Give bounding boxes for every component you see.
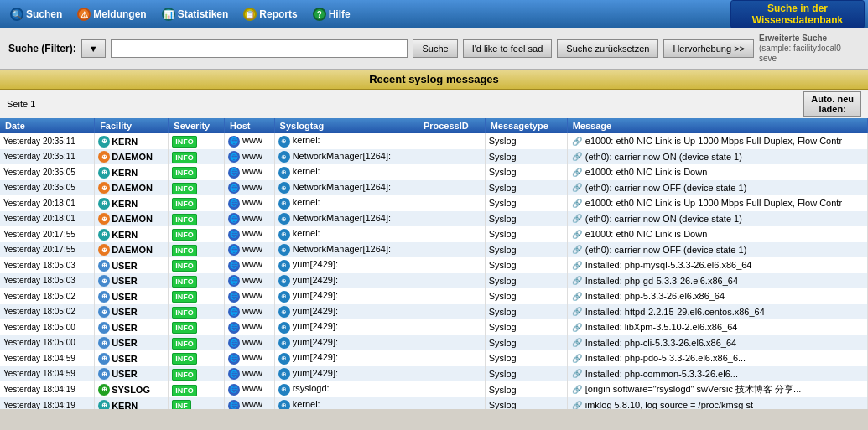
cell-processid (418, 211, 485, 227)
col-messagetype: Messagetype (485, 118, 567, 133)
cell-facility: ⊕SYSLOG (95, 381, 169, 397)
cell-host: 🌐 www (225, 381, 275, 397)
table-row[interactable]: Yesterday 18:05:02⊕USERINFO🌐 www⊕ yum[24… (0, 288, 868, 304)
table-row[interactable]: Yesterday 20:35:11⊕DAEMONINFO🌐 www⊕ Netw… (0, 149, 868, 165)
hervorhebung-button[interactable]: Hervorhebung >> (663, 39, 754, 58)
host-icon: 🌐 (228, 291, 240, 303)
cell-severity: INFO (169, 180, 225, 196)
table-row[interactable]: Yesterday 20:17:55⊕DAEMONINFO🌐 www⊕ Netw… (0, 242, 868, 258)
cell-facility: ⊕USER (95, 273, 169, 289)
table-row[interactable]: Yesterday 20:18:01⊕KERNINFO🌐 www⊕ kernel… (0, 195, 868, 211)
col-facility: Facility (95, 118, 169, 133)
cell-host: 🌐 www (225, 273, 275, 289)
cell-facility: ⊕USER (95, 288, 169, 304)
cell-host: 🌐 www (225, 133, 275, 149)
suche-button[interactable]: Suche (413, 39, 457, 58)
message-icon: 🔗 (571, 135, 583, 147)
table-row[interactable]: Yesterday 18:05:00⊕USERINFO🌐 www⊕ yum[24… (0, 335, 868, 351)
cell-date: Yesterday 18:05:00 (0, 335, 95, 351)
cell-date: Yesterday 20:18:01 (0, 211, 95, 227)
cell-severity: INFO (169, 288, 225, 304)
cell-syslogtag: ⊕ kernel: (274, 226, 418, 242)
cell-date: Yesterday 18:05:02 (0, 304, 95, 320)
col-message: Message (567, 118, 867, 133)
cell-processid (418, 319, 485, 335)
cell-messagetype: Syslog (485, 366, 567, 382)
cell-message: 🔗 (eth0): carrier now ON (device state 1… (567, 211, 867, 227)
col-date: Date (0, 118, 95, 133)
syslogtag-icon: ⊕ (278, 337, 290, 349)
cell-syslogtag: ⊕ NetworkManager[1264]: (274, 149, 418, 165)
cell-messagetype: Syslog (485, 164, 567, 180)
table-row[interactable]: Yesterday 18:05:03⊕USERINFO🌐 www⊕ yum[24… (0, 257, 868, 273)
nav-item-suchen[interactable]: 🔍 Suchen (3, 5, 69, 23)
table-row[interactable]: Yesterday 20:18:01⊕DAEMONINFO🌐 www⊕ Netw… (0, 211, 868, 227)
cell-processid (418, 226, 485, 242)
cell-host: 🌐 www (225, 288, 275, 304)
table-row[interactable]: Yesterday 18:05:02⊕USERINFO🌐 www⊕ yum[24… (0, 304, 868, 320)
cell-syslogtag: ⊕ NetworkManager[1264]: (274, 242, 418, 258)
cell-date: Yesterday 18:05:03 (0, 273, 95, 289)
table-row[interactable]: Yesterday 18:04:59⊕USERINFO🌐 www⊕ yum[24… (0, 366, 868, 382)
table-row[interactable]: Yesterday 20:17:55⊕KERNINFO🌐 www⊕ kernel… (0, 226, 868, 242)
table-row[interactable]: Yesterday 20:35:11⊕KERNINFO🌐 www⊕ kernel… (0, 133, 868, 149)
cell-host: 🌐 www (225, 211, 275, 227)
cell-messagetype: Syslog (485, 381, 567, 397)
cell-messagetype: Syslog (485, 288, 567, 304)
facility-icon: ⊕ (98, 306, 110, 318)
cell-processid (418, 366, 485, 382)
statistiken-icon: 📊 (162, 8, 175, 21)
cell-processid (418, 180, 485, 196)
table-row[interactable]: Yesterday 18:04:59⊕USERINFO🌐 www⊕ yum[24… (0, 350, 868, 366)
cell-processid (418, 149, 485, 165)
table-row[interactable]: Yesterday 20:35:05⊕KERNINFO🌐 www⊕ kernel… (0, 164, 868, 180)
search-dropdown-button[interactable]: ▼ (81, 39, 106, 58)
cell-host: 🌐 www (225, 164, 275, 180)
nav-item-hilfe[interactable]: ? Hilfe (306, 5, 357, 23)
syslogtag-icon: ⊕ (278, 260, 290, 272)
cell-facility: ⊕KERN (95, 226, 169, 242)
cell-severity: INFO (169, 257, 225, 273)
page-label: Seite 1 (7, 99, 35, 109)
severity-badge: INFO (172, 152, 197, 163)
message-icon: 🔗 (571, 259, 583, 271)
hilfe-icon: ? (313, 8, 326, 21)
facility-icon: ⊕ (98, 275, 110, 287)
table-row[interactable]: Yesterday 18:05:00⊕USERINFO🌐 www⊕ yum[24… (0, 319, 868, 335)
nav-item-reports[interactable]: 📋 Reports (236, 5, 304, 23)
severity-badge: INFO (172, 136, 197, 148)
syslogtag-icon: ⊕ (278, 400, 290, 410)
severity-badge: INFO (172, 291, 197, 303)
reset-button[interactable]: Suche zurücksetzen (557, 39, 658, 58)
syslogtag-icon: ⊕ (278, 244, 290, 256)
facility-icon: ⊕ (98, 198, 110, 210)
cell-facility: ⊕DAEMON (95, 180, 169, 196)
table-row[interactable]: Yesterday 20:35:05⊕DAEMONINFO🌐 www⊕ Netw… (0, 180, 868, 196)
severity-badge: INFO (172, 385, 197, 396)
cell-messagetype: Syslog (485, 149, 567, 165)
host-icon: 🌐 (228, 151, 240, 163)
message-icon: 🔗 (571, 352, 583, 364)
facility-icon: ⊕ (98, 136, 110, 148)
host-icon: 🌐 (228, 182, 240, 194)
cell-messagetype: Syslog (485, 304, 567, 320)
erweiterte-suche-hint: Erweiterte Suche (sample: facility:local… (759, 34, 860, 64)
col-severity: Severity (169, 118, 225, 133)
cell-severity: INFO (169, 381, 225, 397)
cell-processid (418, 242, 485, 258)
search-input[interactable] (111, 39, 408, 58)
host-icon: 🌐 (228, 306, 240, 318)
cell-date: Yesterday 18:04:59 (0, 350, 95, 366)
host-icon: 🌐 (228, 244, 240, 256)
nav-item-meldungen[interactable]: ⚠ Meldungen (70, 5, 153, 23)
table-row[interactable]: Yesterday 18:04:19⊕KERNINF🌐 www⊕ kernel:… (0, 397, 868, 409)
nav-item-statistiken[interactable]: 📊 Statistiken (155, 5, 236, 23)
cell-messagetype: Syslog (485, 350, 567, 366)
host-icon: 🌐 (228, 229, 240, 241)
cell-host: 🌐 www (225, 149, 275, 165)
auto-neu-laden-button[interactable]: Auto. neuladen: (803, 91, 861, 117)
table-row[interactable]: Yesterday 18:05:03⊕USERINFO🌐 www⊕ yum[24… (0, 273, 868, 289)
facility-icon: ⊕ (98, 291, 110, 303)
feel-sad-button[interactable]: I'd like to feel sad (463, 39, 553, 58)
table-row[interactable]: Yesterday 18:04:19⊕SYSLOGINFO🌐 www⊕ rsys… (0, 381, 868, 397)
